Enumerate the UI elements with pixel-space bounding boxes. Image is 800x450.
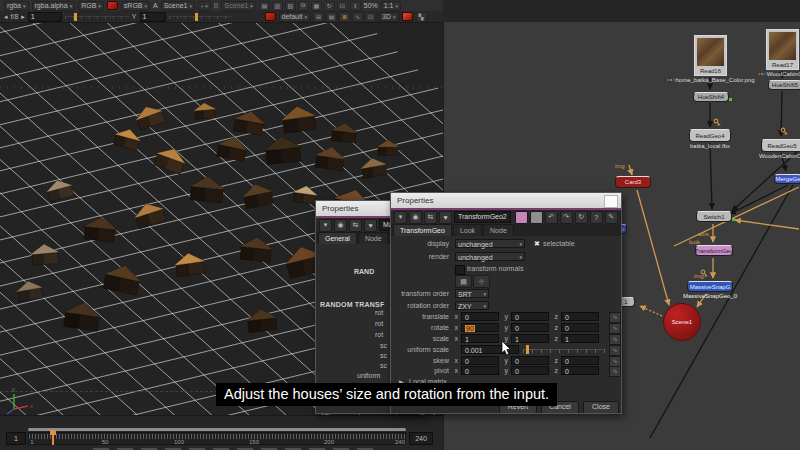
link-icon[interactable]: ⇆ xyxy=(424,211,437,224)
house[interactable] xyxy=(131,199,168,230)
colorspace-dropdown[interactable]: sRGB▾ xyxy=(121,1,150,11)
skew-y-field[interactable]: 0 xyxy=(511,356,549,365)
collapse-icon[interactable]: ▾ xyxy=(319,219,332,232)
scale-y-field[interactable]: 1 xyxy=(511,334,549,343)
tab-general[interactable]: General xyxy=(318,232,357,244)
rotate-x-field[interactable]: 90 xyxy=(461,323,499,332)
house[interactable] xyxy=(245,307,279,332)
stack-icon[interactable]: ▤ xyxy=(326,12,337,22)
house[interactable] xyxy=(376,140,400,156)
house[interactable] xyxy=(44,177,76,203)
house[interactable] xyxy=(188,175,226,203)
node-switch1[interactable]: Switch1 xyxy=(696,211,732,222)
annotate-pen-icon[interactable] xyxy=(402,12,413,21)
link-icon[interactable]: ⇆ xyxy=(349,219,362,232)
translate-z-field[interactable]: 0 xyxy=(561,312,599,321)
viewer-lut-dropdown[interactable]: default▾ xyxy=(279,12,311,22)
tab-node[interactable]: Node xyxy=(358,232,389,244)
mask-icon[interactable]: ▦ xyxy=(311,1,322,11)
curves-icon[interactable]: ♥ xyxy=(439,211,452,224)
house[interactable] xyxy=(111,126,143,152)
rotate-z-field[interactable]: 0 xyxy=(561,323,599,332)
translate-x-field[interactable]: 0 xyxy=(461,312,499,321)
redo-icon[interactable]: ↷ xyxy=(560,211,573,224)
node-readgeo5[interactable]: ReadGeo5 xyxy=(761,139,800,152)
house[interactable] xyxy=(358,156,389,179)
input-a-dropdown[interactable]: Scene1▾ xyxy=(161,1,195,11)
house[interactable] xyxy=(29,243,61,266)
gain-reset-icon[interactable] xyxy=(265,12,276,21)
pause-icon[interactable]: ‖ xyxy=(350,1,361,11)
curves-icon[interactable]: ♥ xyxy=(364,219,377,232)
node-transformgeo1[interactable]: TransformGeo xyxy=(695,245,733,256)
pivot-y-field[interactable]: 0 xyxy=(511,366,549,375)
selectable-checkbox[interactable]: ✖ xyxy=(533,240,541,248)
house[interactable] xyxy=(14,279,45,302)
timeline-scrollbar[interactable] xyxy=(28,428,406,431)
house[interactable] xyxy=(62,300,103,332)
skew-x-field[interactable]: 0 xyxy=(461,356,499,365)
house[interactable] xyxy=(329,121,359,143)
display-dropdown[interactable]: unchanged▾ xyxy=(455,239,525,248)
file-browse-button[interactable]: ▤ xyxy=(455,275,472,288)
house[interactable] xyxy=(82,215,118,242)
undo-icon[interactable]: ↶ xyxy=(545,211,558,224)
gain-input[interactable]: 1 xyxy=(28,12,62,22)
gamma-slider[interactable] xyxy=(169,13,233,21)
layers-icon[interactable]: ≣ xyxy=(339,12,350,22)
uniform-scale-anim-icon[interactable]: ∿ xyxy=(609,345,621,356)
edit-icon[interactable]: ✎ xyxy=(605,211,618,224)
close-button[interactable]: Close xyxy=(583,401,619,414)
alpha-dropdown[interactable]: rgba.alpha▾ xyxy=(32,1,76,11)
timeline-playhead[interactable] xyxy=(52,430,54,445)
scale-z-field[interactable]: 1 xyxy=(561,334,599,343)
wipe-mode-dropdown[interactable]: -▾ xyxy=(198,1,211,11)
house[interactable] xyxy=(262,134,303,165)
house[interactable] xyxy=(279,104,318,134)
properties-panel-transformgeo[interactable]: Properties ▾◉⇆♥ TransformGeo2 ↶↷↻?✎× Tra… xyxy=(390,192,622,414)
next-frame-icon[interactable]: ▸ xyxy=(21,12,25,21)
scale-x-field[interactable]: 1 xyxy=(461,334,499,343)
render-dropdown[interactable]: unchanged▾ xyxy=(455,252,525,261)
house[interactable] xyxy=(152,143,190,175)
viewer-settings-icon[interactable]: ▚ xyxy=(416,12,427,22)
node-name-field[interactable]: TransformGeo2 xyxy=(454,211,511,223)
close-icon[interactable]: × xyxy=(620,211,622,224)
gamma-input[interactable]: 1 xyxy=(140,12,166,22)
house[interactable] xyxy=(313,145,348,171)
downrez-icon[interactable]: ⊞ xyxy=(313,12,324,22)
view-mode-dropdown[interactable]: 3D▾ xyxy=(379,12,398,22)
composite-icon[interactable]: ▧ xyxy=(285,1,296,11)
node-hueshift4[interactable]: HueShift4 xyxy=(693,92,729,102)
node-read16[interactable]: Read16 xyxy=(694,35,727,76)
tab-look[interactable]: Look xyxy=(453,224,482,236)
house[interactable] xyxy=(240,181,276,209)
mirror-icon[interactable]: ⧉ xyxy=(298,1,309,11)
translate-anim-icon[interactable]: ∿ xyxy=(609,312,621,323)
node-read17[interactable]: Read17 xyxy=(766,29,799,70)
roi-icon[interactable]: ⊡ xyxy=(337,1,348,11)
timeline-start-frame[interactable]: 1 xyxy=(6,432,26,445)
center-icon[interactable]: ◉ xyxy=(334,219,347,232)
house[interactable] xyxy=(192,102,217,120)
rotate-anim-icon[interactable]: ∿ xyxy=(609,323,621,334)
node-scene1[interactable]: Scene1 xyxy=(663,303,701,341)
display-channels-dropdown[interactable]: RGB▾ xyxy=(78,1,104,11)
timeline-end-frame[interactable]: 240 xyxy=(409,432,433,445)
house[interactable] xyxy=(238,235,274,262)
house[interactable] xyxy=(101,262,144,296)
input-b-dropdown[interactable]: Scene1▾ xyxy=(221,1,255,11)
refresh-icon[interactable]: ↻ xyxy=(324,1,335,11)
gl-swatch[interactable] xyxy=(530,211,543,224)
collapse-icon[interactable]: ▾ xyxy=(394,211,407,224)
node-card3[interactable]: Card3 xyxy=(615,176,651,188)
tab-transformgeo[interactable]: TransformGeo xyxy=(393,224,452,236)
rotate-y-field[interactable]: 0 xyxy=(511,323,549,332)
channel-red-icon[interactable] xyxy=(107,1,118,10)
pivot-z-field[interactable]: 0 xyxy=(561,366,599,375)
snap-menu-button[interactable]: ⊹ xyxy=(473,275,490,288)
channel-dropdown[interactable]: rgba▾ xyxy=(4,1,29,11)
rotation-order-dropdown[interactable]: ZXY▾ xyxy=(455,301,489,310)
panel-title[interactable]: Properties xyxy=(391,193,621,208)
center-icon[interactable]: ◉ xyxy=(409,211,422,224)
